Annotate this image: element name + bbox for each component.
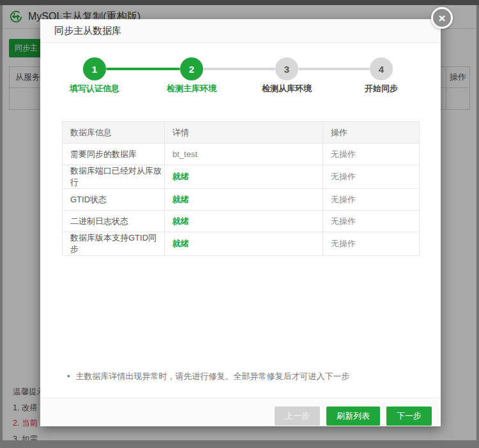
step-4-circle: 4 [370,57,393,80]
table-row: 需要同步的数据库 bt_test 无操作 [63,144,420,165]
step-4-label: 开始同步 [343,83,420,94]
check-name: 数据库版本支持GTID同步 [63,232,165,256]
bullet-icon: • [67,371,70,381]
table-row: 数据库版本支持GTID同步 就绪 无操作 [63,232,420,256]
step-1-circle: 1 [83,57,106,80]
close-icon[interactable]: × [431,7,453,29]
prev-step-button[interactable]: 上一步 [275,407,320,426]
check-detail-ready: 就绪 [165,165,323,189]
col-header-dbinfo: 数据库信息 [63,122,165,144]
check-action: 无操作 [323,144,420,165]
check-detail: bt_test [165,144,323,165]
col-header-detail: 详情 [165,122,323,144]
check-name: GTID状态 [63,189,165,211]
dialog-title: 同步主从数据库 [40,19,441,43]
note-text: 主数据库详情出现异常时，请先进行修复。全部异常修复后才可进入下一步 [76,371,350,381]
table-row: GTID状态 就绪 无操作 [63,189,420,211]
check-name: 需要同步的数据库 [63,144,165,165]
check-detail-ready: 就绪 [165,211,323,232]
step-3-label: 检测从库环境 [248,83,325,94]
table-row: 数据库端口已经对从库放行 就绪 无操作 [63,165,420,189]
refresh-list-button[interactable]: 刷新列表 [326,407,380,426]
check-name: 数据库端口已经对从库放行 [63,165,165,189]
step-2-label: 检测主库环境 [153,83,230,94]
col-header-action: 操作 [323,122,420,144]
check-detail-ready: 就绪 [165,189,323,211]
note-line: •主数据库详情出现异常时，请先进行修复。全部异常修复后才可进入下一步 [67,371,350,382]
step-connector-1-2 [106,68,180,70]
step-2-circle: 2 [180,57,203,80]
check-action: 无操作 [323,211,420,232]
window-top-edge [0,0,479,5]
next-step-button[interactable]: 下一步 [386,407,432,426]
step-1-label: 填写认证信息 [56,83,133,94]
check-table-header-row: 数据库信息 详情 操作 [63,122,420,144]
table-row: 二进制日志状态 就绪 无操作 [63,211,420,232]
check-detail-ready: 就绪 [165,232,323,256]
sync-wizard-dialog: 同步主从数据库 × 1 2 3 4 填写认证信息 检测主库环境 检测从库环境 开… [40,19,441,426]
master-check-table: 数据库信息 详情 操作 需要同步的数据库 bt_test 无操作 数据库端口已经… [62,121,420,256]
check-action: 无操作 [323,232,420,256]
check-name: 二进制日志状态 [63,211,165,232]
dialog-footer: 上一步 刷新列表 下一步 [40,398,441,426]
step-connector-3-4 [298,68,370,70]
check-action: 无操作 [323,165,420,189]
step-3-circle: 3 [275,57,298,80]
step-connector-2-3 [203,68,275,70]
check-action: 无操作 [323,189,420,211]
